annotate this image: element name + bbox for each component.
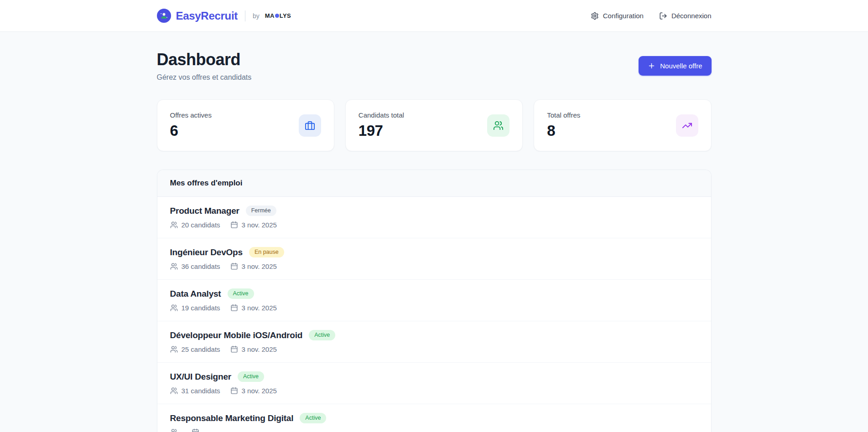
status-badge: Active [309,330,335,340]
offer-date: 3 nov. 2025 [242,221,277,229]
offer-candidates: 31 candidats [182,387,220,395]
status-badge: En pause [249,247,284,257]
calendar-icon [192,428,199,432]
topbar: EasyRecruit by MA LYS Configuration [0,0,868,32]
plus-icon [648,62,655,70]
brand-by-label: by [253,12,260,20]
users-icon [170,304,178,312]
stats-row: Offres actives 6 Candidats total 197 [157,99,712,151]
users-icon [170,387,178,395]
trending-up-icon [676,114,698,137]
stat-label: Candidats total [359,111,404,119]
offer-row[interactable]: Responsable Marketing Digital Active [157,404,711,432]
users-icon [170,221,178,229]
new-offer-button[interactable]: Nouvelle offre [639,56,711,76]
dashboard-page: Dashboard Gérez vos offres et candidats … [142,32,726,432]
offer-title: Responsable Marketing Digital [170,413,294,423]
offer-candidates: 19 candidats [182,304,220,312]
offer-date: 3 nov. 2025 [242,304,277,312]
partner-logo: MA LYS [265,12,291,19]
partner-suffix: LYS [280,12,291,19]
brand-name: EasyRecruit [176,10,238,22]
offer-title: Ingénieur DevOps [170,247,243,257]
offer-row[interactable]: Data Analyst Active 19 candidats [157,280,711,321]
stat-card-total-offres: Total offres 8 [534,99,711,151]
offer-candidates: 36 candidats [182,262,220,270]
stat-card-candidats-total: Candidats total 197 [345,99,523,151]
users-icon [170,345,178,353]
page-subtitle: Gérez vos offres et candidats [157,73,252,82]
calendar-icon [230,345,238,353]
partner-dot-icon [275,14,279,18]
offer-row[interactable]: UX/UI Designer Active 31 candidats [157,363,711,404]
status-badge: Active [300,413,326,423]
page-title: Dashboard [157,50,252,69]
calendar-icon [230,262,238,270]
stat-label: Offres actives [170,111,212,119]
status-badge: Active [228,288,254,299]
briefcase-icon [299,114,321,137]
offer-title: Développeur Mobile iOS/Android [170,330,303,340]
app-logo-icon [157,9,171,23]
offers-section-title: Mes offres d'emploi [157,170,711,197]
brand[interactable]: EasyRecruit by MA LYS [157,9,291,23]
offer-title: Data Analyst [170,289,221,299]
calendar-icon [230,387,238,395]
offer-date: 3 nov. 2025 [242,345,277,353]
partner-prefix: MA [265,12,275,19]
stat-value: 197 [359,122,404,139]
status-badge: Fermée [246,206,276,216]
offer-row[interactable]: Ingénieur DevOps En pause 36 candidats [157,238,711,280]
offer-row[interactable]: Développeur Mobile iOS/Android Active 25… [157,321,711,363]
users-icon [170,262,178,270]
offer-candidates: 20 candidats [182,221,220,229]
brand-divider [245,10,245,21]
logout-button[interactable]: Déconnexion [659,12,712,20]
logout-label: Déconnexion [671,12,712,20]
stat-value: 6 [170,122,212,139]
offer-date: 3 nov. 2025 [242,387,277,395]
users-icon [487,114,509,137]
configuration-label: Configuration [603,12,644,20]
stat-card-offres-actives: Offres actives 6 [157,99,334,151]
offer-title: UX/UI Designer [170,372,231,382]
gear-icon [591,12,599,20]
stat-label: Total offres [547,111,580,119]
offer-row[interactable]: Product Manager Fermée 20 candidats [157,197,711,238]
users-icon [170,428,178,432]
offer-title: Product Manager [170,206,239,216]
top-nav: Configuration Déconnexion [591,12,712,20]
logout-icon [659,12,667,20]
stat-value: 8 [547,122,580,139]
new-offer-label: Nouvelle offre [660,62,702,70]
configuration-button[interactable]: Configuration [591,12,644,20]
offer-candidates: 25 candidats [182,345,220,353]
status-badge: Active [238,371,264,382]
calendar-icon [230,304,238,312]
offers-panel: Mes offres d'emploi Product Manager Ferm… [157,170,712,432]
offers-list: Product Manager Fermée 20 candidats [157,197,711,432]
offer-date: 3 nov. 2025 [242,262,277,270]
calendar-icon [230,221,238,229]
